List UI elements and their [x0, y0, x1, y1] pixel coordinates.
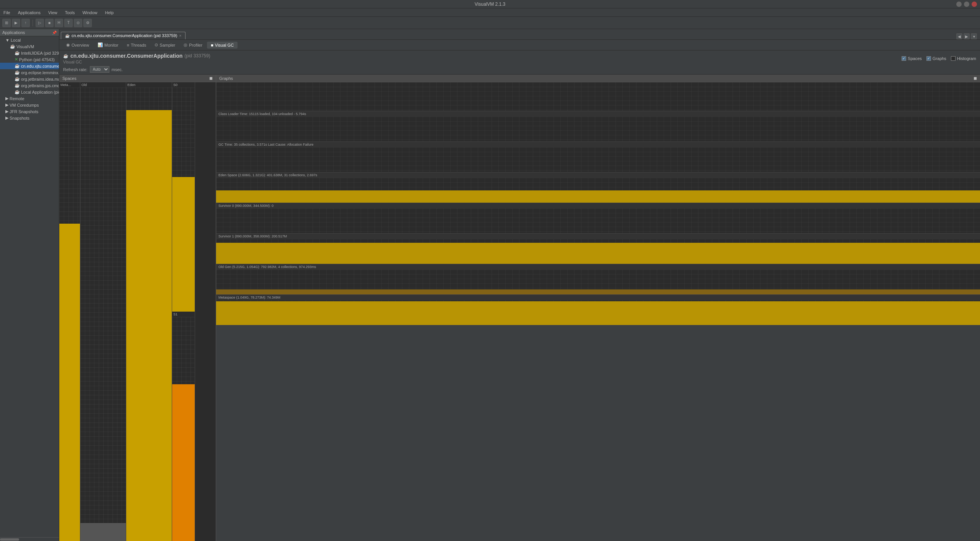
oldgen-label: Old Gen (5.215G, 1.054G): 792.982M, 4 co…: [216, 264, 980, 270]
doc-tab-close[interactable]: ×: [179, 34, 181, 38]
maximize-button[interactable]: [964, 2, 969, 7]
graph-section-classloader: Class Loader Time: 15115 loaded, 104 unl…: [216, 111, 980, 142]
sidebar-item-cmdline[interactable]: ☕ org.jetbrains.jps.cmdline.Launc: [0, 82, 59, 89]
toolbar-new[interactable]: ⊞: [2, 19, 11, 27]
main-layout: Applications 📌 ▼ Local ☕ VisualVM ☕ Inte…: [0, 29, 980, 541]
consumer-icon: ☕: [15, 63, 20, 68]
graph-section-metaspace: Metaspace (1.049G, 78.273M): 74.349M: [216, 295, 980, 325]
tab-menu[interactable]: ▾: [971, 33, 977, 39]
eden-fill: [126, 110, 172, 541]
tab-profiler[interactable]: ◎ Profiler: [180, 41, 206, 49]
checkbox-histogram[interactable]: Histogram: [951, 56, 976, 61]
sidebar-pin-icon: 📌: [52, 31, 57, 35]
window-controls[interactable]: [956, 2, 977, 7]
gctime-grid: [216, 147, 980, 172]
toolbar-settings[interactable]: ⚙: [83, 19, 92, 27]
toolbar-save[interactable]: ↑: [21, 19, 30, 27]
metaspace-bar: [216, 301, 980, 325]
classloader-label: Class Loader Time: 15115 loaded, 104 unl…: [216, 111, 980, 117]
toolbar-heap[interactable]: H: [55, 19, 63, 27]
menu-help[interactable]: Help: [103, 10, 116, 16]
sidebar-item-coredumps[interactable]: ▶ VM Coredumps: [0, 102, 59, 108]
spaces-checkbox[interactable]: ✓: [902, 56, 906, 61]
histogram-checkbox[interactable]: [951, 56, 956, 61]
tab-sampler[interactable]: ⊙ Sampler: [151, 41, 179, 49]
remote-expand-icon: ▶: [5, 96, 8, 101]
toolbar-open[interactable]: ▶: [12, 19, 20, 27]
sidebar-item-local-app[interactable]: ☕ Local Application (pid 339916): [0, 89, 59, 95]
sidebar: Applications 📌 ▼ Local ☕ VisualVM ☕ Inte…: [0, 29, 59, 541]
survivor0-label: Survivor 0 (890.000M, 344.500M): 0: [216, 203, 980, 208]
tab-monitor[interactable]: 📊 Monitor: [94, 41, 122, 49]
refresh-row: Refresh rate: Auto 100 200 500 1000 msec…: [59, 65, 980, 75]
tab-visual-gc[interactable]: ■ Visual GC: [207, 42, 238, 49]
graphs-collapse-icon[interactable]: ◼: [973, 76, 977, 81]
xmlserve-icon: ☕: [15, 70, 20, 75]
monitor-icon: 📊: [98, 42, 103, 47]
graph-area-gctime: [216, 147, 980, 172]
graphs-panel: Graphs ◼ Class Loader Time: 15115 loaded…: [216, 75, 980, 541]
sidebar-item-remote[interactable]: ▶ Remote: [0, 95, 59, 102]
tab-scroll-left[interactable]: ◀: [956, 33, 962, 39]
doc-tab-consumer[interactable]: ☕ cn.edu.xjtu.consumer.ConsumerApplicati…: [61, 32, 186, 39]
close-button[interactable]: [972, 2, 977, 7]
refresh-unit: msec.: [112, 67, 123, 72]
s1-grid: [172, 317, 195, 541]
sidebar-jfr-label: JFR Snapshots: [10, 109, 38, 114]
refresh-select[interactable]: Auto 100 200 500 1000: [90, 66, 109, 73]
old-grid: [80, 88, 126, 541]
sidebar-item-xmlserve[interactable]: ☕ org.eclipse.lemminx.XMLServe: [0, 69, 59, 76]
meta-label: Meta...: [59, 82, 80, 88]
menu-applications[interactable]: Applications: [16, 10, 42, 16]
graph-area-classloader: [216, 117, 980, 141]
sidebar-scrollbar[interactable]: [0, 537, 59, 541]
page-title-section: ☕ cn.edu.xjtu.consumer.ConsumerApplicati…: [63, 53, 210, 64]
old-fill: [80, 523, 126, 541]
tab-overview[interactable]: ◉ Overview: [62, 41, 93, 49]
menu-tools[interactable]: Tools: [63, 10, 77, 16]
checkbox-graphs[interactable]: ✓ Graphs: [926, 56, 946, 61]
oldgen-bar: [216, 289, 980, 294]
eden-graph-bar: [216, 190, 980, 203]
sidebar-cmdline-label: org.jetbrains.jps.cmdline.Launc: [21, 83, 59, 88]
sidebar-item-consumer[interactable]: ☕ cn.edu.xjtu.consumer.Consum: [0, 63, 59, 69]
space-col-s0-s1: S0 S1: [172, 82, 195, 541]
sidebar-item-snapshots[interactable]: ▶ Snapshots: [0, 115, 59, 121]
minimize-button[interactable]: [956, 2, 962, 7]
s0-grid: [172, 88, 195, 312]
sidebar-item-jfr[interactable]: ▶ JFR Snapshots: [0, 108, 59, 115]
toolbar-thread[interactable]: T: [64, 19, 73, 27]
eden-grid: [126, 88, 172, 541]
page-section: Visual GC: [63, 60, 210, 64]
page-header: ☕ cn.edu.xjtu.consumer.ConsumerApplicati…: [59, 50, 980, 65]
snapshots-expand-icon: ▶: [5, 115, 8, 120]
sidebar-consumer-label: cn.edu.xjtu.consumer.Consum: [21, 64, 59, 68]
graph-area-survivor0: [216, 208, 980, 233]
sidebar-item-visualvm[interactable]: ☕ VisualVM: [0, 43, 59, 50]
toolbar-stop[interactable]: ■: [45, 19, 54, 27]
menu-window[interactable]: Window: [80, 10, 99, 16]
expand-icon: ▼: [5, 38, 10, 42]
toolbar-run[interactable]: ▷: [36, 19, 44, 27]
sidebar-item-local[interactable]: ▼ Local: [0, 37, 59, 43]
sidebar-item-maven[interactable]: ☕ org.jetbrains.idea.maven.serve: [0, 76, 59, 82]
checkbox-spaces[interactable]: ✓ Spaces: [902, 56, 922, 61]
graph-section-survivor0: Survivor 0 (890.000M, 344.500M): 0: [216, 203, 980, 234]
graph-section-gctime: GC Time: 35 collections, 3.571s Last Cau…: [216, 142, 980, 172]
menu-view[interactable]: View: [46, 10, 59, 16]
panels-row: Spaces ◼ Meta... Old: [59, 75, 980, 541]
spaces-collapse-icon[interactable]: ◼: [209, 76, 213, 81]
eden-graph-label: Eden Space (2.606G, 1.321G): 401.638M, 3…: [216, 172, 980, 178]
tab-threads[interactable]: ≡ Threads: [123, 42, 150, 49]
space-col-eden: Eden: [126, 82, 172, 541]
tab-scroll-right[interactable]: ▶: [964, 33, 970, 39]
menu-file[interactable]: File: [2, 10, 12, 16]
graphs-checkbox[interactable]: ✓: [926, 56, 931, 61]
spaces-panel-header: Spaces ◼: [59, 75, 216, 82]
toolbar-camera[interactable]: ⊙: [74, 19, 82, 27]
metaspace-label: Metaspace (1.049G, 78.273M): 74.349M: [216, 295, 980, 300]
sidebar-item-python[interactable]: ✕ Python (pid 47543): [0, 56, 59, 63]
classloader-grid: [216, 117, 980, 141]
sidebar-item-intellij[interactable]: ☕ IntelliJIDEA (pid 329366): [0, 50, 59, 56]
graph-section-heap: [216, 82, 980, 111]
